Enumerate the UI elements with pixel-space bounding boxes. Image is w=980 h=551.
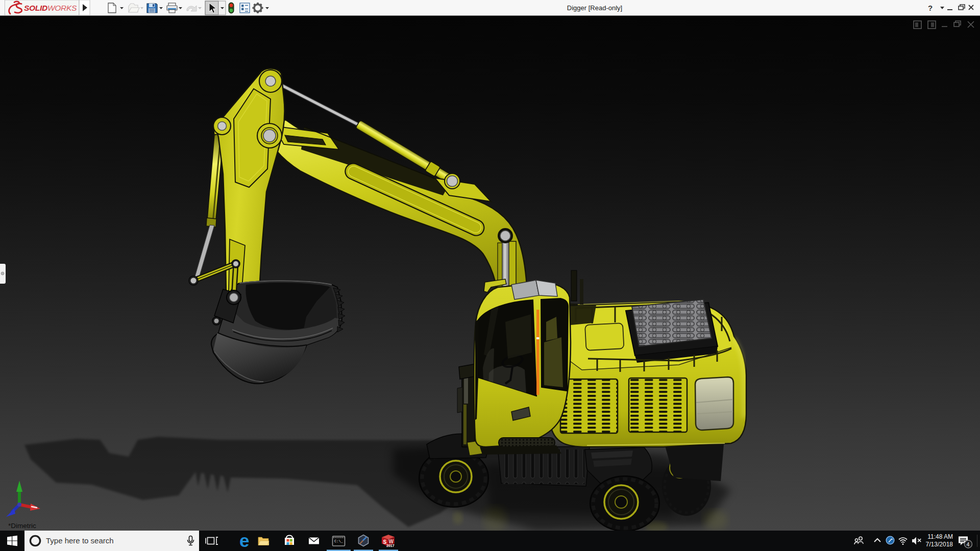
svg-text:W: W bbox=[389, 539, 394, 544]
svg-text:*Dimetric: *Dimetric bbox=[8, 522, 36, 530]
svg-text:e: e bbox=[239, 531, 249, 550]
svg-text:2017: 2017 bbox=[386, 544, 395, 547]
svg-text:SOLID: SOLID bbox=[24, 4, 47, 12]
svg-text:WORKS: WORKS bbox=[47, 4, 77, 12]
svg-text:4: 4 bbox=[967, 541, 970, 547]
svg-text:?: ? bbox=[928, 4, 933, 12]
svg-text:C:\_: C:\_ bbox=[334, 539, 344, 543]
